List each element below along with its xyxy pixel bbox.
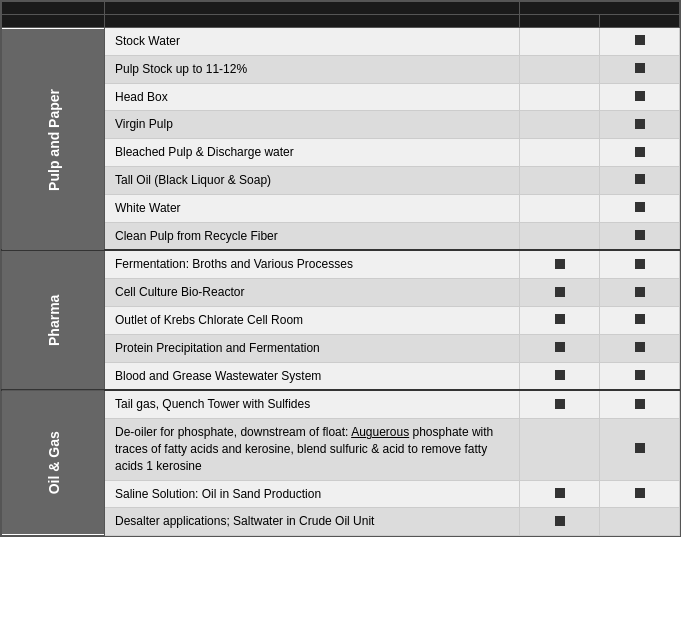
application-cell: Cell Culture Bio-Reactor [105, 279, 520, 307]
fu-sensor-cell [520, 362, 600, 390]
fu-sensor-cell [520, 480, 600, 508]
ph-sensor-cell [600, 306, 680, 334]
application-cell: Virgin Pulp [105, 111, 520, 139]
sensor-indicator-icon [555, 516, 565, 526]
sensor-indicator-icon [555, 314, 565, 324]
fu-sensor-cell [520, 166, 600, 194]
industry-cell-pharma: Pharma [2, 250, 105, 390]
application-cell: Saline Solution: Oil in Sand Production [105, 480, 520, 508]
ph-sensor-cell [600, 83, 680, 111]
main-table-wrapper: Pulp and PaperStock WaterPulp Stock up t… [0, 0, 681, 537]
application-cell: Desalter applications; Saltwater in Crud… [105, 508, 520, 536]
fu-sensor-cell [520, 334, 600, 362]
industry-column-header [2, 2, 105, 15]
ph-sensor-cell [600, 279, 680, 307]
sensor-indicator-icon [555, 287, 565, 297]
fu-sensor-cell [520, 194, 600, 222]
fu-sensor-cell [520, 28, 600, 56]
application-cell: Outlet of Krebs Chlorate Cell Room [105, 306, 520, 334]
table-row: Oil & GasTail gas, Quench Tower with Sul… [2, 390, 680, 418]
header-row-2 [2, 15, 680, 28]
fu-sensor-cell [520, 139, 600, 167]
ph-sensor-cell [600, 194, 680, 222]
sensor-indicator-icon [635, 202, 645, 212]
application-cell: Bleached Pulp & Discharge water [105, 139, 520, 167]
sensor-indicator-icon [635, 342, 645, 352]
application-cell: Clean Pulp from Recycle Fiber [105, 222, 520, 250]
sensor-indicator-icon [635, 287, 645, 297]
application-cell: Tall Oil (Black Liquor & Soap) [105, 166, 520, 194]
industry-sub-header [2, 15, 105, 28]
application-column-header [105, 2, 520, 15]
header-row-1 [2, 2, 680, 15]
sensor-indicator-icon [555, 488, 565, 498]
application-cell: De-oiler for phosphate, downstream of fl… [105, 419, 520, 480]
sensor-indicator-icon [635, 259, 645, 269]
sensor-indicator-icon [635, 147, 645, 157]
ph-sensor-cell [600, 166, 680, 194]
sensor-indicator-icon [635, 443, 645, 453]
fu-sensor-cell [520, 222, 600, 250]
ph-sensor-cell [600, 480, 680, 508]
ph-sensor-cell [600, 390, 680, 418]
fu-sensor-cell [520, 250, 600, 278]
application-cell: Blood and Grease Wastewater System [105, 362, 520, 390]
industry-cell-pulp-paper: Pulp and Paper [2, 28, 105, 251]
fu-sensor-cell [520, 419, 600, 480]
application-sub-header [105, 15, 520, 28]
sensor-indicator-icon [555, 259, 565, 269]
industry-cell-oil-gas: Oil & Gas [2, 390, 105, 535]
fu-sensor-header [520, 15, 600, 28]
application-cell: White Water [105, 194, 520, 222]
sensor-indicator-icon [555, 370, 565, 380]
ph-sensor-cell [600, 111, 680, 139]
sensor-indicator-icon [635, 119, 645, 129]
fu-sensor-cell [520, 508, 600, 536]
ph-sensor-header [600, 15, 680, 28]
sensor-indicator-icon [635, 399, 645, 409]
ph-sensor-cell [600, 362, 680, 390]
application-cell: Head Box [105, 83, 520, 111]
sensors-group-header [520, 2, 680, 15]
sensor-indicator-icon [635, 63, 645, 73]
application-cell: Protein Precipitation and Fermentation [105, 334, 520, 362]
ph-sensor-cell [600, 508, 680, 536]
fu-sensor-cell [520, 306, 600, 334]
ph-sensor-cell [600, 334, 680, 362]
table-row: PharmaFermentation: Broths and Various P… [2, 250, 680, 278]
ph-sensor-cell [600, 28, 680, 56]
sensor-indicator-icon [635, 488, 645, 498]
table-row: Pulp and PaperStock Water [2, 28, 680, 56]
application-cell: Fermentation: Broths and Various Process… [105, 250, 520, 278]
sensor-indicator-icon [635, 314, 645, 324]
table-body: Pulp and PaperStock WaterPulp Stock up t… [2, 28, 680, 536]
sensor-indicator-icon [635, 370, 645, 380]
sensor-indicator-icon [555, 342, 565, 352]
fu-sensor-cell [520, 83, 600, 111]
fu-sensor-cell [520, 111, 600, 139]
sensor-indicator-icon [635, 35, 645, 45]
industry-table: Pulp and PaperStock WaterPulp Stock up t… [1, 1, 680, 536]
application-cell: Tail gas, Quench Tower with Sulfides [105, 390, 520, 418]
ph-sensor-cell [600, 250, 680, 278]
ph-sensor-cell [600, 55, 680, 83]
application-cell: Stock Water [105, 28, 520, 56]
sensor-indicator-icon [555, 399, 565, 409]
ph-sensor-cell [600, 139, 680, 167]
ph-sensor-cell [600, 222, 680, 250]
fu-sensor-cell [520, 390, 600, 418]
fu-sensor-cell [520, 279, 600, 307]
sensor-indicator-icon [635, 91, 645, 101]
sensor-indicator-icon [635, 174, 645, 184]
sensor-indicator-icon [635, 230, 645, 240]
ph-sensor-cell [600, 419, 680, 480]
fu-sensor-cell [520, 55, 600, 83]
application-cell: Pulp Stock up to 11-12% [105, 55, 520, 83]
